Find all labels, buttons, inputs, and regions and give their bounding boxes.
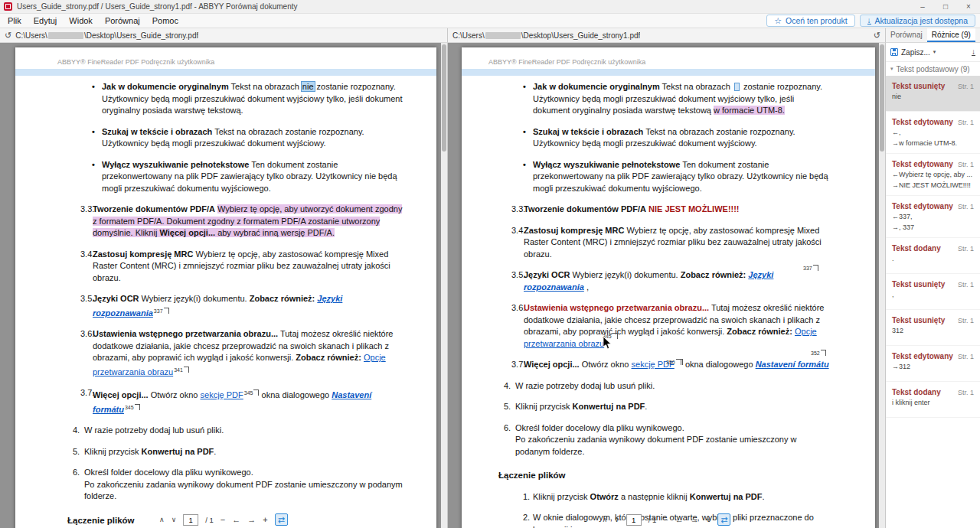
- tab-compare[interactable]: Porównaj: [886, 28, 927, 42]
- prev-page-button[interactable]: ∧: [159, 514, 165, 525]
- text-run: okna dialogowego: [259, 390, 332, 399]
- page-number-input[interactable]: [626, 514, 642, 526]
- text-run: Ustawienia wstępnego przetwarzania obraz…: [524, 303, 709, 312]
- document-view-right[interactable]: ABBYY® FineReader PDF Podręcznik użytkow…: [448, 43, 886, 528]
- doc-link[interactable]: sekcję PDF: [201, 390, 243, 399]
- zoom-out-button[interactable]: −: [220, 514, 225, 525]
- recent-files-icon[interactable]: ↺: [5, 31, 11, 41]
- zoom-in-button[interactable]: +: [263, 514, 267, 525]
- list-marker: •: [523, 159, 526, 171]
- diff-item[interactable]: Tekst dodanyStr. 1i kliknij enter: [886, 382, 980, 418]
- next-diff-button[interactable]: →: [247, 514, 256, 525]
- next-page-button[interactable]: ∨: [172, 514, 177, 525]
- list-marker: 3.6.: [511, 302, 525, 315]
- text-run: NIE JEST MOŻLIWE!!!!: [648, 204, 740, 213]
- diff-list: Tekst usuniętyStr. 1nieTekst edytowanySt…: [886, 76, 980, 528]
- save-button[interactable]: Zapisz...: [901, 48, 930, 57]
- text-run: Szukaj w tekście i obrazach: [533, 127, 643, 136]
- diff-text: →312: [892, 363, 974, 371]
- diff-section-title: Tekst podstawowy (9): [897, 65, 970, 73]
- recent-files-icon[interactable]: ↺: [874, 31, 880, 41]
- diff-type-label: Tekst dodany: [892, 388, 941, 396]
- text-run: Konwertuj na PDF: [690, 492, 763, 501]
- zoom-out-button[interactable]: −: [663, 514, 668, 525]
- maximize-button[interactable]: □: [934, 0, 957, 13]
- page-number-input[interactable]: [183, 514, 198, 526]
- diff-text: →w formacie UTM-8.: [892, 139, 974, 148]
- document-pane-left: ↺ C:\Users\\Desktop\Users_Guide_strony.p…: [0, 28, 448, 528]
- list-marker: 5.: [504, 401, 511, 413]
- diff-section-header[interactable]: ▾ Tekst podstawowy (9): [886, 62, 980, 76]
- fit-width-button[interactable]: ⇄: [275, 513, 288, 526]
- page-ref: 345: [243, 390, 260, 399]
- text-run: Określ folder docelowy dla pliku wynikow…: [515, 423, 684, 432]
- next-page-button[interactable]: ∨: [614, 514, 619, 525]
- rate-product-button[interactable]: ☆ Oceń ten produkt: [766, 15, 854, 27]
- doc-paragraph: 3.5.Języki OCR Wybierz język(i) dokument…: [462, 269, 831, 293]
- menu-edytuj[interactable]: Edytuj: [28, 15, 64, 27]
- text-run: Zobacz również:: [727, 327, 792, 336]
- doc-paragraph: 5.Kliknij przycisk Konwertuj na PDF.: [462, 401, 831, 413]
- diff-item[interactable]: Tekst dodanyStr. 1.: [886, 238, 980, 274]
- diff-type-label: Tekst usunięty: [892, 316, 945, 324]
- text-run: okna dialogowego: [683, 360, 756, 369]
- close-button[interactable]: ×: [957, 0, 980, 13]
- sidebar-tabs: Porównaj Różnice (9): [886, 28, 980, 43]
- page-ref: 341: [173, 367, 189, 376]
- menu-plik[interactable]: Plik: [2, 15, 28, 27]
- diff-page-label: Str. 1: [958, 83, 974, 90]
- list-marker: 3.4.: [80, 249, 94, 261]
- list-marker: 4.: [73, 425, 80, 437]
- text-run: a następnie kliknij: [619, 492, 690, 501]
- diff-text: ←337,: [892, 213, 974, 221]
- vertical-scrollbar[interactable]: [441, 43, 447, 528]
- chevron-down-icon[interactable]: ▾: [933, 49, 936, 55]
- diff-item[interactable]: Tekst edytowanyStr. 1←337,→, 337: [886, 196, 980, 238]
- menu-widok[interactable]: Widok: [63, 15, 99, 27]
- menubar-right: ☆ Oceń ten produkt ↓ Aktualizacja jest d…: [766, 15, 975, 27]
- text-run: Zastosuj kompresję MRC: [93, 249, 193, 259]
- rate-product-label: Oceń ten produkt: [786, 16, 848, 25]
- fit-width-button[interactable]: ⇄: [717, 513, 730, 526]
- text-run: Tworzenie dokumentów PDF/A: [524, 204, 646, 213]
- diff-text: ,: [892, 291, 974, 299]
- diff-text: nie: [892, 93, 974, 101]
- document-view-left[interactable]: ABBYY® FineReader PDF Podręcznik użytkow…: [0, 43, 448, 528]
- tab-differences[interactable]: Różnice (9): [927, 28, 975, 42]
- prev-diff-button[interactable]: ←: [675, 514, 684, 525]
- diff-item[interactable]: Tekst edytowanyStr. 1←,→w formacie UTM-8…: [886, 112, 980, 154]
- page-ref-icon: [821, 350, 826, 356]
- diff-page-label: Str. 1: [958, 281, 974, 288]
- text-run: Ustawienia wstępnego przetwarzania obraz…: [93, 329, 278, 338]
- path-prefix: C:\Users\: [15, 31, 47, 40]
- zoom-in-button[interactable]: +: [706, 514, 710, 525]
- page-ref-number: 337: [154, 308, 163, 314]
- download-icon: ↓: [867, 17, 871, 24]
- page-ref: 337: [153, 308, 169, 318]
- goto-next-difference-icon[interactable]: ↓: [972, 48, 975, 56]
- vertical-scrollbar[interactable]: [879, 43, 885, 528]
- diff-item[interactable]: Tekst usuniętyStr. 1nie: [886, 76, 980, 112]
- text-run: Tworzenie dokumentów PDF/A: [93, 204, 215, 213]
- update-available-button[interactable]: ↓ Aktualizacja jest dostępna: [860, 15, 975, 27]
- diff-item[interactable]: Tekst edytowanyStr. 1←Wybierz tę opcję, …: [886, 154, 980, 196]
- menu-pomoc[interactable]: Pomoc: [146, 15, 185, 27]
- star-icon: ☆: [774, 16, 782, 26]
- prev-page-button[interactable]: ∧: [603, 514, 608, 525]
- minimize-button[interactable]: –: [911, 0, 934, 13]
- diff-item[interactable]: Tekst usuniętyStr. 1,: [886, 274, 980, 310]
- diff-item[interactable]: Tekst edytowanyStr. 1→312: [886, 346, 980, 382]
- text-run: Zobacz również:: [296, 353, 361, 362]
- diff-page-label: Str. 1: [958, 245, 974, 253]
- menu-porównaj[interactable]: Porównaj: [99, 15, 146, 27]
- next-diff-button[interactable]: →: [691, 514, 699, 525]
- page-ref-icon: [612, 333, 618, 339]
- doc-paragraph: 3.4.Zastosuj kompresję MRC Wybierz tę op…: [462, 225, 831, 261]
- doc-content-right: •Jak w dokumencie oryginalnym Tekst na o…: [462, 81, 875, 528]
- document-path-right: C:\Users\\Desktop\Users_Guide_strony1.pd…: [452, 31, 640, 40]
- diff-item[interactable]: Tekst usuniętyStr. 1312: [886, 310, 980, 346]
- doc-content-left: •Jak w dokumencie oryginalnym Tekst na o…: [15, 81, 436, 528]
- scrollbar-thumb[interactable]: [880, 44, 884, 152]
- prev-diff-button[interactable]: ←: [232, 514, 240, 525]
- scrollbar-thumb[interactable]: [442, 44, 446, 152]
